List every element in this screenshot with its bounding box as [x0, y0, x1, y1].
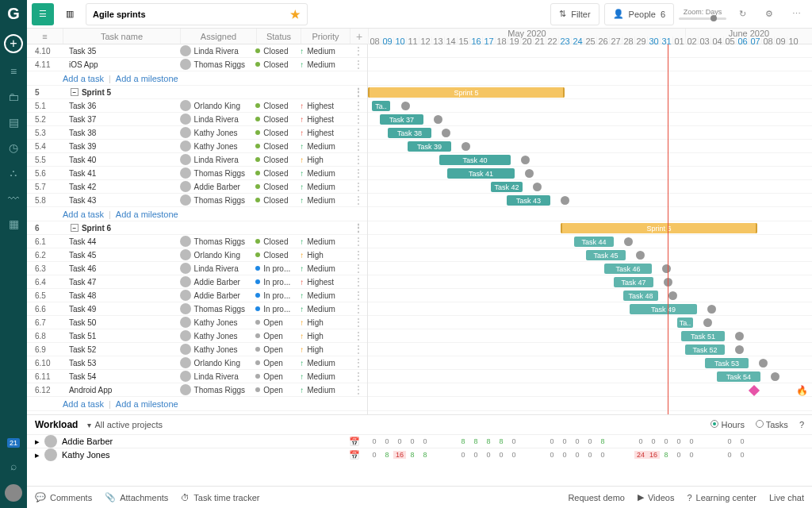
task-row[interactable]: 5.1Task 36Orlando KingClosed↑Highest⋮ [27, 99, 367, 113]
row-menu-icon[interactable]: ⋮ [349, 194, 367, 206]
gantt-view-button[interactable]: ☰ [32, 3, 54, 25]
gantt-row[interactable]: Task 52 [368, 343, 812, 356]
task-row[interactable]: 4.11iOS AppThomas RiggsClosed↑Medium⋮ [27, 58, 367, 71]
gantt-row[interactable]: 🔥 [368, 383, 812, 397]
clock-icon[interactable]: ◷ [6, 140, 21, 155]
add-task-link[interactable]: Add a task [63, 210, 104, 219]
gantt-row[interactable]: Sprint 5 [368, 86, 812, 99]
gantt-row[interactable]: Task 47 [368, 275, 812, 289]
filter-button[interactable]: ⇅Filter [550, 3, 599, 25]
request-demo-link[interactable]: Request demo [568, 492, 625, 502]
add-task-link[interactable]: Add a task [63, 399, 104, 409]
gantt-bar[interactable]: Task 39 [408, 141, 451, 152]
task-row[interactable]: 6.10Task 53Orlando KingOpen↑Medium⋮ [27, 356, 367, 370]
task-row[interactable]: 5.2Task 37Linda RiveraClosed↑Highest⋮ [27, 113, 367, 126]
gantt-row[interactable]: Task 51 [368, 329, 812, 343]
row-menu-icon[interactable]: ⋮ [349, 127, 367, 138]
task-row[interactable]: 5.7Task 42Addie BarberClosed↑Medium⋮ [27, 180, 367, 194]
gantt-bar[interactable]: Task 47 [614, 277, 653, 287]
row-menu-icon[interactable]: ⋮ [349, 317, 367, 328]
row-menu-icon[interactable]: ⋮ [349, 371, 367, 382]
gantt-bar[interactable]: Task 53 [705, 358, 749, 368]
workload-row[interactable]: ▸Addie Barber📅0000088880000080000000 [27, 434, 812, 448]
row-menu-icon[interactable]: ⋮ [349, 249, 367, 260]
user-avatar[interactable] [5, 484, 22, 502]
task-row[interactable]: 6.9Task 52Kathy JonesOpen↑High⋮ [27, 343, 367, 356]
task-row[interactable]: 6.2Task 45Orlando KingClosed↑High⋮ [27, 248, 367, 262]
task-row[interactable]: 6.3Task 46Linda RiveraIn pro...↑Medium⋮ [27, 262, 367, 275]
workload-row[interactable]: ▸Kathy Jones📅0816880000000000241680000 [27, 448, 812, 461]
gantt-row[interactable]: Ta.. [368, 316, 812, 329]
row-menu-icon[interactable]: ⋮ [349, 87, 367, 98]
gantt-bar[interactable]: Task 49 [630, 304, 697, 314]
gantt-bar[interactable]: Ta.. [372, 101, 390, 111]
videos-link[interactable]: ▶ Videos [638, 492, 674, 502]
tasks-radio[interactable]: Tasks [756, 420, 788, 429]
add-milestone-link[interactable]: Add a milestone [116, 74, 178, 83]
row-menu-icon[interactable]: ⋮ [349, 114, 367, 125]
gantt-row[interactable]: Task 39 [368, 140, 812, 153]
gantt-chart[interactable]: Sprint 5Ta..Task 37Task 38Task 39Task 40… [368, 44, 812, 414]
row-menu-icon[interactable]: ⋮ [349, 290, 367, 301]
col-wbs[interactable]: ≡ [27, 29, 63, 44]
row-menu-icon[interactable]: ⋮ [349, 167, 367, 179]
col-assigned[interactable]: Assigned [180, 29, 256, 44]
add-task-link[interactable]: Add a task [63, 74, 104, 83]
gantt-bar[interactable]: Task 48 [623, 291, 658, 301]
menu-icon[interactable]: ≡ [6, 64, 21, 79]
gantt-bar[interactable]: Task 42 [491, 182, 523, 192]
board-view-button[interactable]: ▥ [59, 3, 81, 25]
task-row[interactable]: 5.4Task 39Kathy JonesClosed↑Medium⋮ [27, 140, 367, 153]
list-icon[interactable]: ▤ [6, 115, 21, 129]
add-milestone-link[interactable]: Add a milestone [116, 399, 178, 409]
task-row[interactable]: 6.5Task 48Addie BarberIn pro...↑Medium⋮ [27, 289, 367, 302]
row-menu-icon[interactable]: ⋮ [349, 384, 367, 395]
row-menu-icon[interactable]: ⋮ [349, 45, 367, 56]
gantt-row[interactable]: Task 37 [368, 113, 812, 126]
history-icon[interactable]: ↻ [731, 3, 753, 25]
task-row[interactable]: 4.10Task 35Linda RiveraClosed↑Medium⋮ [27, 44, 367, 58]
folder-icon[interactable]: 🗀 [6, 90, 21, 104]
gantt-row[interactable]: Task 54 [368, 370, 812, 383]
col-status[interactable]: Status [256, 29, 301, 44]
gantt-bar[interactable]: Task 37 [380, 114, 423, 125]
row-menu-icon[interactable]: ⋮ [349, 236, 367, 247]
gantt-row[interactable]: Task 49 [368, 302, 812, 316]
gantt-bar[interactable]: Task 52 [685, 344, 725, 355]
live-chat-link[interactable]: Live chat [769, 492, 804, 502]
gantt-row[interactable] [368, 58, 812, 71]
workload-project-dropdown[interactable]: ▾ All active projects [87, 420, 163, 429]
apps-icon[interactable]: ▦ [6, 217, 21, 231]
gantt-bar[interactable]: Task 45 [586, 250, 626, 260]
gantt-row[interactable]: Task 41 [368, 167, 812, 180]
more-icon[interactable]: ⋯ [785, 3, 807, 25]
chevron-right-icon[interactable]: ▸ [35, 437, 40, 447]
notification-badge[interactable]: 21 [7, 438, 20, 448]
col-priority[interactable]: Priority [301, 29, 350, 44]
comments-tab[interactable]: 💬 Comments [35, 492, 92, 502]
row-menu-icon[interactable]: ⋮ [349, 100, 367, 111]
task-row[interactable]: 6.6Task 49Thomas RiggsIn pro...↑Medium⋮ [27, 302, 367, 316]
row-menu-icon[interactable]: ⋮ [349, 181, 367, 192]
task-row[interactable]: 6.11Task 54Linda RiveraOpen↑Medium⋮ [27, 370, 367, 383]
row-menu-icon[interactable]: ⋮ [349, 59, 367, 70]
task-row[interactable]: 6− Sprint 6⋮ [27, 221, 367, 235]
row-menu-icon[interactable]: ⋮ [349, 357, 367, 368]
chart-icon[interactable]: 〰 [6, 191, 21, 206]
attachments-tab[interactable]: 📎 Attachments [105, 492, 168, 502]
gantt-row[interactable]: Ta.. [368, 99, 812, 113]
task-row[interactable]: 6.4Task 47Addie BarberIn pro...↑Highest⋮ [27, 275, 367, 289]
row-menu-icon[interactable]: ⋮ [349, 344, 367, 355]
help-icon[interactable]: ? [799, 420, 804, 429]
star-icon[interactable]: ★ [290, 8, 301, 21]
gantt-bar[interactable]: Sprint 6 [561, 223, 757, 233]
task-row[interactable]: 6.1Task 44Thomas RiggsClosed↑Medium⋮ [27, 235, 367, 248]
gantt-bar[interactable]: Task 40 [439, 155, 511, 165]
gantt-row[interactable]: Task 46 [368, 262, 812, 275]
gantt-row[interactable]: Task 43 [368, 194, 812, 207]
gantt-bar[interactable]: Task 54 [717, 371, 760, 382]
project-title-input[interactable]: Agile sprints ★ [86, 3, 308, 25]
gantt-row[interactable]: Task 45 [368, 248, 812, 262]
task-row[interactable]: 5.8Task 43Thomas RiggsClosed↑Medium⋮ [27, 194, 367, 207]
gantt-row[interactable]: Task 38 [368, 126, 812, 140]
